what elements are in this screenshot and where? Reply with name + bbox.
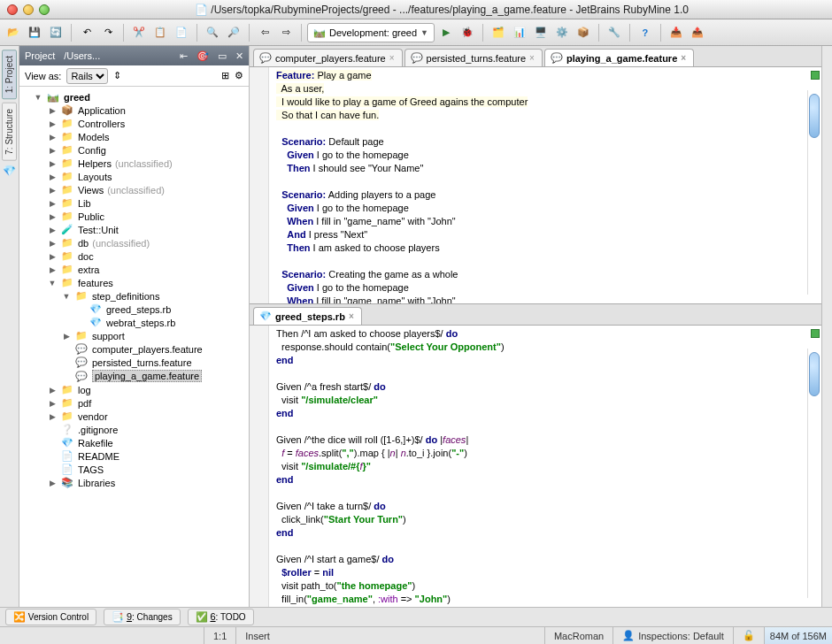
hide-icon[interactable]: ✕ [235, 50, 243, 62]
paste-button[interactable]: 📄 [172, 23, 191, 42]
structure-tool-tab[interactable]: 7: Structure [2, 103, 17, 161]
editor-bottom[interactable]: Then /^I am asked to choose players$/ do… [250, 326, 821, 607]
forward-button[interactable]: ⇨ [276, 23, 296, 42]
tree-item[interactable]: ▶📁Public [48, 210, 249, 223]
close-tab-icon[interactable]: × [529, 53, 535, 63]
tool-icon: 📑 [112, 611, 124, 622]
tree-item[interactable]: ▶📁Controllers [48, 117, 249, 130]
tree-item[interactable]: 💎Rakefile [48, 436, 249, 449]
cut-button[interactable]: ✂️ [129, 23, 149, 42]
tree-item[interactable]: ▶📁extra [48, 263, 249, 276]
tool-button-2[interactable]: 📊 [510, 23, 529, 42]
tree-item[interactable]: ▶📁Models [48, 130, 249, 143]
undo-button[interactable]: ↶ [77, 23, 96, 42]
editor-tab[interactable]: 💬playing_a_game.feature× [544, 49, 694, 66]
bottom-tool-tab[interactable]: 🔀 Version Control [5, 609, 96, 625]
analysis-marker[interactable] [811, 329, 820, 338]
tree-item[interactable]: ▶📁Helpers (unclassified) [48, 157, 249, 170]
tree-item[interactable]: ▶📁doc [48, 249, 249, 263]
scroll-from-source-icon[interactable]: 🎯 [196, 50, 209, 62]
copy-button[interactable]: 📋 [150, 23, 170, 42]
tree-item[interactable]: ▶📁vendor [48, 410, 249, 423]
view-as-selector[interactable]: Rails [66, 68, 108, 84]
analysis-marker[interactable] [811, 71, 820, 80]
settings-button[interactable]: 🔧 [605, 23, 624, 42]
crumb-path[interactable]: /Users... [64, 50, 100, 61]
editor-top[interactable]: Feature: Play a game As a user, I would … [250, 67, 821, 304]
separator [598, 24, 599, 42]
expand-all-icon[interactable]: ⊞ [221, 70, 229, 81]
tree-item[interactable]: ▶📁log [48, 383, 249, 396]
tree-feature-file-selected[interactable]: 💬playing_a_game.feature [62, 369, 249, 383]
editor-tab[interactable]: 💬computer_players.feature× [253, 49, 403, 66]
tree-item[interactable]: 📄TAGS [48, 463, 249, 476]
close-tab-icon[interactable]: × [389, 53, 395, 63]
chevron-down-icon: ▼ [420, 28, 428, 37]
find-button[interactable]: 🔍 [203, 23, 222, 42]
tree-item[interactable]: 📄README [48, 449, 249, 463]
tool-button-4[interactable]: ⚙️ [552, 23, 572, 42]
close-tab-icon[interactable]: × [681, 53, 686, 63]
vcs-button-2[interactable]: 📤 [688, 23, 707, 42]
inspector-icon: 👤 [622, 630, 635, 641]
tree-feature-file[interactable]: 💬persisted_turns.feature [62, 356, 249, 369]
run-config-selector[interactable]: 🛤️ Development: greed ▼ [307, 23, 435, 42]
view-as-up-down-icon[interactable]: ⇕ [113, 70, 121, 81]
sync-button[interactable]: 🔄 [46, 23, 65, 42]
collapse-icon[interactable]: ⇤ [180, 50, 188, 62]
vcs-button-1[interactable]: 📥 [666, 23, 686, 42]
tool-button-1[interactable]: 🗂️ [489, 23, 508, 42]
back-button[interactable]: ⇦ [255, 23, 274, 42]
debug-button[interactable]: 🐞 [458, 23, 477, 42]
tree-item[interactable]: ❔.gitignore [48, 423, 249, 436]
minimize-icon[interactable]: ▭ [218, 50, 227, 62]
tree-item[interactable]: ▶📦Application [48, 104, 249, 117]
bottom-tool-tab[interactable]: ✅ 6: TODO [188, 609, 254, 625]
status-lock-icon[interactable]: 🔓 [733, 627, 764, 644]
tree-item[interactable]: ▶📁Config [48, 143, 249, 157]
tree-item[interactable]: ▶🧪Test::Unit [48, 223, 249, 236]
project-tool-tab[interactable]: 1: Project [2, 50, 17, 99]
editor-tab[interactable]: 💬persisted_turns.feature× [404, 49, 543, 66]
tree-webrat-steps[interactable]: 💎webrat_steps.rb [76, 316, 249, 329]
ruby-tool-icon[interactable]: 💎 [3, 165, 16, 177]
save-all-button[interactable]: 💾 [25, 23, 44, 42]
tree-item[interactable]: ▶📁db (unclassified) [48, 236, 249, 249]
open-button[interactable]: 📂 [4, 23, 23, 42]
editor-tab[interactable]: 💎greed_steps.rb× [253, 307, 362, 325]
redo-button[interactable]: ↷ [98, 23, 118, 42]
tree-item[interactable]: ▶📚Libraries [48, 476, 249, 489]
tree-item[interactable]: ▶📁pdf [48, 396, 249, 410]
tree-greed-steps[interactable]: 💎greed_steps.rb [76, 303, 249, 316]
help-button[interactable]: ? [636, 23, 655, 42]
run-button[interactable]: ▶ [436, 23, 456, 42]
close-window-button[interactable] [7, 4, 18, 15]
close-tab-icon[interactable]: × [349, 311, 354, 321]
scrollbar-thumb[interactable] [809, 94, 820, 138]
tree-features[interactable]: ▼📁features [48, 276, 249, 289]
project-tree[interactable]: ▼🛤️greed ▶📦Application▶📁Controllers▶📁Mod… [19, 87, 249, 607]
tree-item[interactable]: ▶📁Layouts [48, 170, 249, 183]
status-encoding[interactable]: MacRoman [544, 627, 612, 644]
tree-item[interactable]: ▶📁Lib [48, 196, 249, 210]
tree-support[interactable]: ▶📁support [62, 329, 249, 342]
tree-step-definitions[interactable]: ▼📁step_definitions [62, 289, 249, 303]
status-memory[interactable]: 84M of 156M [764, 627, 832, 644]
bottom-tool-tab[interactable]: 📑 9: Changes [104, 609, 181, 625]
tree-item[interactable]: ▶📁Views (unclassified) [48, 183, 249, 196]
status-inspections[interactable]: 👤Inspections: Default [612, 627, 733, 644]
minimize-window-button[interactable] [23, 4, 34, 15]
crumb-project[interactable]: Project [25, 50, 55, 61]
tool-button-3[interactable]: 🖥️ [531, 23, 551, 42]
tree-feature-file[interactable]: 💬computer_players.feature [62, 342, 249, 356]
scrollbar-thumb[interactable] [809, 352, 820, 396]
replace-button[interactable]: 🔎 [224, 23, 243, 42]
settings-gear-icon[interactable]: ⚙ [235, 70, 243, 81]
status-insert-mode[interactable]: Insert [235, 627, 544, 644]
tree-root[interactable]: ▼🛤️greed [34, 90, 249, 104]
status-position[interactable]: 1:1 [204, 627, 235, 644]
view-as-row: View as: Rails ⇕ ⊞ ⚙ [19, 65, 249, 87]
window-titlebar: /Users/topka/RubymineProjects/greed - ..… [0, 0, 832, 19]
zoom-window-button[interactable] [39, 4, 50, 15]
tool-button-5[interactable]: 📦 [574, 23, 593, 42]
